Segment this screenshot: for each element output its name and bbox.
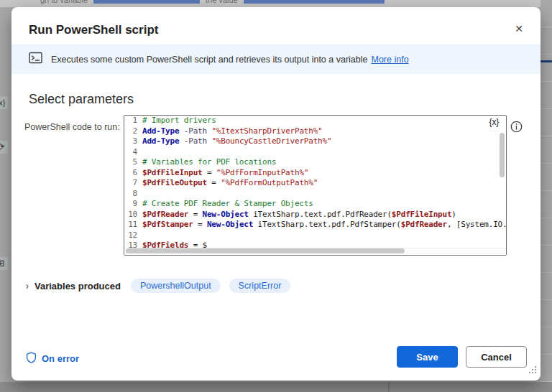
variable-chip[interactable]: PowershellOutput: [131, 279, 221, 293]
code-line: 10$PdfReader = New-Object iTextSharp.tex…: [124, 210, 506, 220]
dialog-title: Run PowerShell script: [29, 23, 158, 37]
chevron-right-icon: ›: [26, 280, 29, 292]
backdrop-action-text: gn to variablethe value: [40, 0, 390, 4]
backdrop-text-fragment: the value: [206, 0, 238, 4]
cancel-button[interactable]: Cancel: [466, 346, 527, 368]
backdrop-right-strip: [540, 0, 552, 392]
variables-produced-label: Variables produced: [34, 281, 121, 291]
editor-horizontal-scrollbar[interactable]: [126, 248, 405, 253]
screen: gn to variablethe value {x} ⟳ ⊞ Run Powe…: [0, 0, 552, 392]
code-line: 11$PdfStamper = New-Object iTextSharp.te…: [124, 220, 506, 230]
code-line: 12: [124, 230, 506, 241]
backdrop-text-fragment: gn to variable: [40, 0, 88, 4]
description-text: Executes some custom PowerShell script a…: [51, 55, 368, 65]
more-info-link[interactable]: More info: [372, 55, 409, 65]
variable-chip[interactable]: ScriptError: [229, 279, 291, 293]
code-line: 8: [124, 189, 506, 200]
backdrop-variable-icon: {x}: [0, 96, 8, 109]
backdrop-bottom-divider: [388, 382, 390, 392]
editor-vertical-scrollbar[interactable]: [500, 133, 505, 177]
code-field-label: PowerShell code to run:: [24, 122, 120, 132]
code-line: 7$PdfFileOutput = "%PdfFormOutputPath%": [124, 178, 506, 189]
powershell-code-editor[interactable]: 1# Import drivers2Add-Type -Path "%Itext…: [124, 115, 507, 256]
backdrop-form-icon: ⊞: [0, 257, 8, 270]
on-error-label: On error: [42, 353, 79, 364]
info-icon[interactable]: [510, 121, 523, 133]
code-line: 5# Variables for PDF locations: [124, 157, 506, 168]
variable-picker-button[interactable]: {x}: [488, 117, 500, 127]
backdrop-variable-link: [93, 0, 200, 4]
run-powershell-dialog: Run PowerShell script ✕ Executes some cu…: [12, 7, 540, 381]
variables-chips: PowershellOutputScriptError: [131, 279, 299, 293]
close-icon[interactable]: ✕: [510, 20, 528, 37]
description-bar: Executes some custom PowerShell script a…: [12, 45, 540, 74]
code-lines: 1# Import drivers2Add-Type -Path "%Itext…: [124, 116, 506, 251]
save-button[interactable]: Save: [397, 346, 458, 368]
backdrop-value-link: [244, 0, 385, 4]
shield-icon: [26, 352, 37, 365]
code-line: 9# Create PDF Reader & Stamper Objects: [124, 199, 506, 210]
backdrop-top-strip: gn to variablethe value: [0, 0, 552, 7]
code-line: 2Add-Type -Path "%ItextSharpDriverPath%": [124, 126, 506, 137]
backdrop-loop-icon: ⟳: [0, 141, 8, 154]
console-icon: [29, 52, 42, 67]
code-line: 3Add-Type -Path "%BouncyCastleDriverPath…: [124, 136, 506, 147]
backdrop-divider-line: [540, 60, 552, 62]
resize-grip[interactable]: [528, 364, 537, 377]
on-error-button[interactable]: On error: [26, 352, 79, 365]
code-line: 6$PdfFileInput = "%PdfFormInputPath%": [124, 168, 506, 179]
backdrop-bottom-bar: [0, 382, 552, 392]
variables-produced-toggle[interactable]: › Variables produced PowershellOutputScr…: [26, 279, 299, 293]
code-line: 4: [124, 147, 506, 158]
code-line: 1# Import drivers: [124, 116, 506, 126]
section-heading: Select parameters: [29, 92, 134, 107]
